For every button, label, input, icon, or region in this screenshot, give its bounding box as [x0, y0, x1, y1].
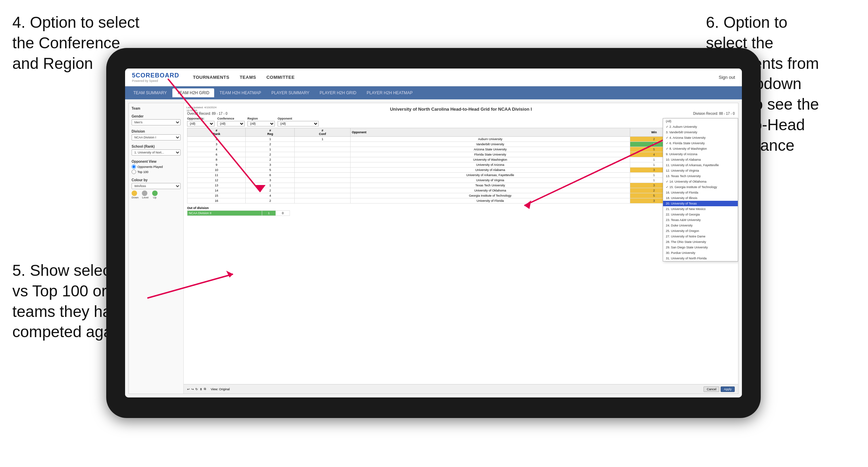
sidebar-gender-label: Gender — [132, 114, 181, 118]
filter-opponents: Opponents: (All) — [187, 117, 215, 126]
tab-player-h2h-grid[interactable]: PLAYER H2H GRID — [315, 88, 361, 97]
dropdown-item[interactable]: ✓ 6. Florida State University — [663, 140, 738, 146]
cell-opponent: Florida State University — [350, 152, 630, 157]
apply-button[interactable]: Apply — [721, 386, 735, 392]
cell-conf — [295, 188, 350, 193]
dropdown-item[interactable]: 23. Texas A&M University — [663, 217, 738, 223]
tab-player-h2h-heatmap[interactable]: PLAYER H2H HEATMAP — [362, 88, 417, 97]
sidebar-division-section: Division NCAA Division I — [132, 130, 181, 140]
cell-rank: 9 — [187, 162, 246, 168]
filter-conference-label: Conference — [217, 117, 245, 120]
cell-reg: 2 — [246, 188, 295, 193]
dropdown-item[interactable]: ✓ 4. Arizona State University — [663, 135, 738, 140]
dropdown-item[interactable]: 20. University of Texas — [663, 201, 738, 206]
toolbar-redo-icon[interactable]: ↪ — [191, 388, 194, 391]
cell-reg: 2 — [246, 152, 295, 157]
cell-conf — [295, 147, 350, 152]
filter-opponents-label: Opponents: — [187, 117, 215, 120]
dropdown-item[interactable]: 27. University of Notre Dame — [663, 234, 738, 239]
top-nav: 5COREBOARD Powered by Speed TOURNAMENTS … — [125, 69, 742, 86]
sidebar-gender-select[interactable]: Men's — [132, 119, 181, 125]
dropdown-item[interactable]: 24. Duke University — [663, 223, 738, 228]
filter-opponents-select[interactable]: (All) — [187, 121, 215, 126]
dropdown-item[interactable]: 22. University of Georgia — [663, 212, 738, 217]
cell-reg: 1 — [246, 137, 295, 142]
dropdown-item[interactable]: 11. University of Arkansas, Fayetteville — [663, 162, 738, 168]
sidebar-colour-label: Colour by — [132, 178, 181, 182]
table-row: 2 1 1 Auburn University 2 1 — [187, 137, 735, 142]
dropdown-item[interactable]: 3. Vanderbilt University — [663, 130, 738, 135]
dropdown-item[interactable]: ✓ 14. University of Oklahoma — [663, 179, 738, 184]
dropdown-item[interactable]: 31. University of North Florida — [663, 256, 738, 261]
cell-reg: 5 — [246, 168, 295, 173]
out-division-win: 1 — [262, 211, 276, 216]
logo-sub: Powered by Speed — [132, 79, 179, 83]
table-row: 13 1 Texas Tech University 3 0 — [187, 183, 735, 188]
sidebar-school-select[interactable]: 1. University of Nort... — [132, 149, 181, 156]
dropdown-item[interactable]: ✓ 15. Georgia Institute of Technology — [663, 184, 738, 190]
toolbar-pause-icon[interactable]: ⏸ — [199, 388, 203, 391]
sidebar: Team Gender Men's Division NCAA Division… — [129, 103, 184, 394]
sign-out[interactable]: Sign out — [719, 75, 735, 80]
cell-opponent: University of Arkansas, Fayetteville — [350, 173, 630, 178]
dropdown-item[interactable]: 29. San Diego State University — [663, 245, 738, 250]
sidebar-school-label: School (Rank) — [132, 145, 181, 148]
cell-rank: 10 — [187, 168, 246, 173]
tab-team-h2h-grid[interactable]: TEAM H2H GRID — [172, 88, 214, 97]
sidebar-school-section: School (Rank) 1. University of Nort... — [132, 145, 181, 156]
dropdown-item[interactable]: 21. University of New Mexico — [663, 206, 738, 212]
radio-opponents-played[interactable]: Opponents Played — [132, 164, 181, 169]
nav-items: TOURNAMENTS TEAMS COMMITTEE — [193, 73, 705, 81]
cancel-button[interactable]: Cancel — [704, 386, 719, 392]
cell-rank: 16 — [187, 198, 246, 204]
cell-reg: 3 — [246, 178, 295, 183]
dropdown-item[interactable]: 16. University of Florida — [663, 190, 738, 195]
bottom-toolbar: ↩ ↪ ↻ ⏸ ⧉ View: Original Cancel Apply — [184, 384, 738, 394]
nav-committee[interactable]: COMMITTEE — [266, 73, 295, 81]
radio-top-100[interactable]: Top 100 — [132, 170, 181, 174]
report-record: Overall Record: 89 - 17 - 0 Division Rec… — [187, 112, 735, 115]
dropdown-item[interactable]: 12. University of Virginia — [663, 168, 738, 173]
cell-conf — [295, 162, 350, 168]
report-header: University of North Carolina Head-to-Hea… — [187, 107, 735, 115]
sidebar-colour-section: Colour by Win/loss Down Level — [132, 178, 181, 199]
out-of-division-section: Out of division NCAA Division II 1 0 — [187, 206, 735, 216]
dropdown-item[interactable]: 28. The Ohio State University — [663, 239, 738, 245]
cell-opponent: Georgia Institute of Technology — [350, 193, 630, 198]
cell-rank: 14 — [187, 188, 246, 193]
table-row: 3 2 Vanderbilt University 0 4 — [187, 142, 735, 147]
radio-top-100-label: Top 100 — [137, 170, 148, 174]
tab-team-h2h-heatmap[interactable]: TEAM H2H HEATMAP — [215, 88, 266, 97]
cell-rank: 15 — [187, 193, 246, 198]
cell-rank: 6 — [187, 152, 246, 157]
dropdown-item[interactable]: ✓ 2. Auburn University — [663, 124, 738, 130]
dropdown-item[interactable]: 13. Texas Tech University — [663, 173, 738, 179]
colour-level-label: Level — [142, 196, 148, 199]
filter-opponent-select[interactable]: (All) — [278, 121, 319, 126]
sidebar-division-select[interactable]: NCAA Division I — [132, 134, 181, 140]
nav-teams[interactable]: TEAMS — [240, 73, 256, 81]
sidebar-colour-select[interactable]: Win/loss — [132, 183, 181, 189]
nav-tournaments[interactable]: TOURNAMENTS — [193, 73, 229, 81]
dropdown-item[interactable]: 30. Purdue University — [663, 250, 738, 256]
dropdown-item[interactable]: 10. University of Alabama — [663, 157, 738, 162]
tab-player-summary[interactable]: PLAYER SUMMARY — [267, 88, 314, 97]
tab-team-summary[interactable]: TEAM SUMMARY — [129, 88, 172, 97]
dropdown-item[interactable]: (All) — [663, 119, 738, 124]
table-row: 15 4 Georgia Institute of Technology 5 0 — [187, 193, 735, 198]
toolbar-undo-icon[interactable]: ↩ — [187, 388, 190, 391]
cell-reg: 6 — [246, 173, 295, 178]
filter-conference-select[interactable]: (All) — [217, 121, 245, 126]
dropdown-item[interactable]: 18. University of Illinois — [663, 195, 738, 201]
cell-rank: 3 — [187, 142, 246, 147]
dropdown-item[interactable]: 9. University of Arizona — [663, 151, 738, 157]
cell-rank: 12 — [187, 178, 246, 183]
toolbar-refresh-icon[interactable]: ↻ — [195, 388, 198, 391]
toolbar-copy-icon[interactable]: ⧉ — [204, 387, 206, 391]
cell-conf — [295, 198, 350, 204]
dropdown-item[interactable]: 25. University of Oregon — [663, 228, 738, 234]
dropdown-item[interactable]: ✓ 8. University of Washington — [663, 146, 738, 151]
opponent-dropdown[interactable]: (All)✓ 2. Auburn University 3. Vanderbil… — [663, 118, 738, 261]
filter-region-select[interactable]: (All) — [247, 121, 275, 126]
cell-reg: 2 — [246, 142, 295, 147]
